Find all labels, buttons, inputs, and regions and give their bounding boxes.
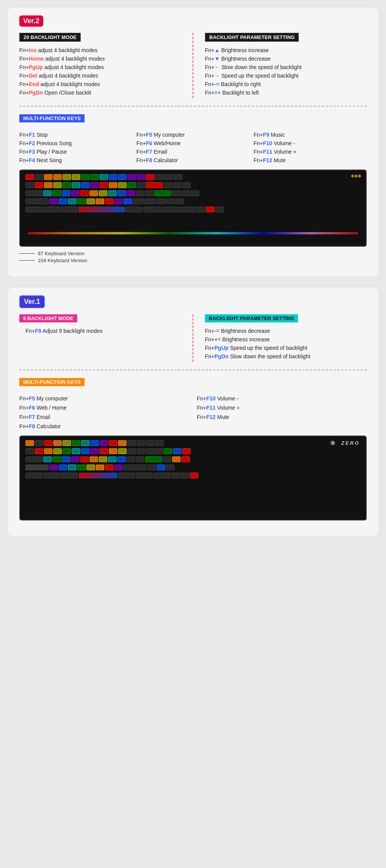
v1-fn-f8: Fn+F8 Calculator [19, 423, 189, 429]
left-arrow-icon: ← [215, 64, 220, 70]
ver1-card: Ver.1 9 BACKLIGHT MODE Fn+F9 Adjust 9 ba… [8, 288, 378, 536]
fn-f12: Fn+F12 Mute [254, 157, 367, 163]
backlight-mode-title-v1: 9 BACKLIGHT MODE [19, 314, 77, 322]
fn-end-line: Fn+End adjust 4 backlight modes [19, 81, 181, 87]
param-left: Fn+=+ Backlight to left [205, 90, 367, 96]
fn-grid-v2: Fn+F1 Stop Fn+F5 My computer Fn+F9 Music… [19, 132, 367, 163]
fn-f10: Fn+F10 Volume - [254, 140, 367, 146]
pgup-key: PgUp [29, 64, 43, 70]
v1-fn-f11: Fn+F11 Volume + [197, 405, 367, 411]
param-right: Fn+-= Backlight to right [205, 81, 367, 87]
param-setting-title-v1: BACKLIGHT PARAMETER SETTING [205, 314, 298, 322]
ver2-param-col: BACKLIGHT PARAMETER SETTING Fn+▲ Brightn… [197, 33, 367, 98]
minus-eq-key: -= [215, 81, 220, 87]
fn-f8: Fn+F8 Calculator [136, 157, 249, 163]
fn-f3: Fn+F3 Play / Pause [19, 149, 132, 155]
fn-grid-v1: Fn+F5 My computer Fn+F10 Volume - Fn+F6 … [19, 395, 367, 429]
fn-f6: Fn+F6 Web/Home [136, 140, 249, 146]
ver1-backlight-col: 9 BACKLIGHT MODE Fn+F9 Adjust 9 backligh… [19, 314, 189, 362]
end-key: End [29, 81, 39, 87]
multifunction-title-v2: MULTI-FUNCTION KEYS [19, 114, 85, 122]
ver1-badge: Ver.1 [19, 295, 45, 308]
fn-f9: Fn+F9 Music [254, 132, 367, 138]
keyboard-image-v1: ZERO ⬤ [19, 436, 367, 520]
backlight-mode-title: 20 BACKLIGHT MODE [19, 33, 81, 42]
fn-f7: Fn+F7 Email [136, 149, 249, 155]
v1-brightness-inc: Fn++= Brightness increase [205, 336, 367, 342]
v1-speed-up: Fn+PgUp Speed up the speed of backlight [205, 345, 367, 351]
v1-fn-f5: Fn+F5 My computer [19, 395, 189, 402]
ver2-badge: Ver.2 [19, 15, 43, 27]
rainbow-decoration [28, 232, 358, 234]
param-slow-down: Fn+← Slow down the speed of backlight [205, 64, 367, 70]
param-brightness-inc: Fn+▲ Brightness increase [205, 47, 367, 53]
ver2-top-section: 20 BACKLIGHT MODE Fn+Ins adjust 4 backli… [19, 33, 367, 98]
keyboard-versions: 87 Keyboard Version 104 Keyboard Version [19, 251, 367, 263]
v1-fn-f12: Fn+F12 Mute [197, 414, 367, 420]
v1-fn-f6: Fn+F6 Web / Home [19, 405, 189, 411]
multifunction-title-v1: MULTI-FUNCTION KEYS [19, 378, 85, 386]
keyboard-logo-v1: ZERO [341, 440, 360, 446]
param-setting-title: BACKLIGHT PARAMETER SETTING [205, 33, 299, 42]
down-arrow-icon: ▼ [215, 56, 220, 62]
keyboard-logo: ◆◆◆ [351, 173, 361, 178]
del-key: Del [29, 73, 37, 79]
vertical-divider-1 [193, 33, 193, 98]
fn-f1: Fn+F1 Stop [19, 132, 132, 138]
ver1-param-col: BACKLIGHT PARAMETER SETTING Fn+-= Bright… [197, 314, 367, 362]
horizontal-divider-2 [19, 370, 367, 370]
kb-version-87: 87 Keyboard Version [19, 251, 367, 256]
fn-f2: Fn+F2 Previous Song [19, 140, 132, 146]
v1-brightness-dec: Fn+-= Brightness decrease [205, 328, 367, 334]
fn-pgup-line: Fn+PgUp adjust 4 backlight modes [19, 64, 181, 70]
fn-f5: Fn+F5 My computer [136, 132, 249, 138]
fn-f9-backlight: Fn+F9 Adjust 9 backlight modes [19, 328, 181, 334]
ver1-top-section: 9 BACKLIGHT MODE Fn+F9 Adjust 9 backligh… [19, 314, 367, 362]
fn-pgdn-line: Fn+PgDn Open /Close backlit [19, 90, 181, 96]
param-speed-up: Fn+→ Speed up the speed of backlight [205, 73, 367, 79]
pgdn-key: PgDn [29, 90, 43, 96]
fn-del-line: Fn+Del adjust 4 backlight modes [19, 73, 181, 79]
ver2-backlight-col: 20 BACKLIGHT MODE Fn+Ins adjust 4 backli… [19, 33, 189, 98]
v1-fn-f7: Fn+F7 Email [19, 414, 189, 420]
fn-home-line: Fn+Home adjust 4 backlight modes [19, 56, 181, 62]
ver2-card: Ver.2 20 BACKLIGHT MODE Fn+Ins adjust 4 … [8, 8, 378, 276]
fn-f4: Fn+F4 Next Song [19, 157, 132, 163]
v1-fn-f10: Fn+F10 Volume - [197, 395, 367, 402]
up-arrow-icon: ▲ [215, 47, 220, 53]
kb-version-104: 104 Keyboard Version [19, 258, 367, 263]
right-arrow-icon: → [215, 73, 220, 79]
v1-slow-down: Fn+PgDn Slow down the speed of backlight [205, 353, 367, 359]
vertical-divider-2 [193, 314, 193, 362]
fn-f11: Fn+F11 Volume + [254, 149, 367, 155]
horizontal-divider-1 [19, 106, 367, 107]
keyboard-image-v2: ◆◆◆ [19, 170, 367, 247]
ins-key: Ins [29, 47, 37, 53]
home-key: Home [29, 56, 44, 62]
eq-plus-key: =+ [215, 90, 221, 96]
param-brightness-dec: Fn+▼ Brightness decrease [205, 56, 367, 62]
fn-ins-line: Fn+Ins adjust 4 backlight modes [19, 47, 181, 53]
